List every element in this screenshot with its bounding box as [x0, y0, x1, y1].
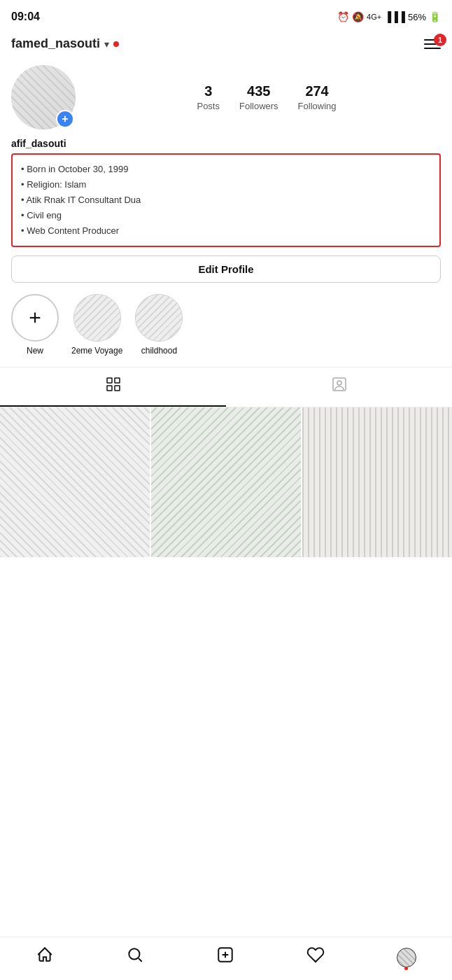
followers-count: 435 [247, 83, 270, 99]
username-label: famed_nasouti [11, 36, 100, 51]
nav-heart[interactable] [306, 946, 325, 969]
header: famed_nasouti ▾ 1 [0, 31, 452, 57]
username-row[interactable]: famed_nasouti ▾ [11, 36, 119, 51]
bio-line-2: • Religion: Islam [21, 177, 431, 192]
alarm-icon: ⏰ [337, 11, 349, 22]
posts-stat[interactable]: 3 Posts [197, 83, 220, 111]
highlights-row: + New 2eme Voyage childhood [0, 294, 452, 356]
status-icons: ⏰ 🔕 4G+ ▐▐▐ 56% 🔋 [337, 11, 441, 22]
grid-icon [105, 376, 122, 397]
highlight-circle-new: + [11, 294, 59, 342]
highlight-label-voyage: 2eme Voyage [71, 346, 122, 356]
avatar-wrap: + [11, 65, 76, 130]
svg-rect-3 [115, 386, 120, 391]
mute-icon: 🔕 [352, 11, 364, 22]
nav-home[interactable] [36, 946, 54, 969]
followers-label: Followers [239, 101, 278, 111]
svg-point-6 [129, 948, 140, 959]
add-icon [216, 946, 234, 969]
nav-search[interactable] [126, 946, 144, 969]
heart-icon [306, 946, 325, 969]
tab-grid[interactable] [0, 368, 226, 407]
photo-cell-3[interactable] [302, 407, 452, 557]
following-stat[interactable]: 274 Following [298, 83, 337, 111]
home-icon [36, 946, 54, 969]
bio-line-5: • Web Content Producer [21, 223, 431, 239]
photo-cell-2[interactable] [151, 407, 301, 557]
bio-line-3: • Atik Rnak IT Consultant Dua [21, 192, 431, 208]
profile-nav-dot [404, 967, 408, 970]
bottom-nav [0, 937, 452, 980]
edit-profile-button[interactable]: Edit Profile [11, 255, 441, 283]
tab-tagged[interactable] [226, 368, 452, 407]
plus-icon: + [29, 307, 41, 328]
notification-badge: 1 [434, 34, 446, 46]
highlight-childhood[interactable]: childhood [135, 294, 183, 356]
profile-icon [397, 948, 416, 967]
photos-grid [0, 407, 452, 557]
highlight-voyage[interactable]: 2eme Voyage [71, 294, 122, 356]
posts-count: 3 [204, 83, 212, 99]
battery-text: 56% [408, 12, 426, 22]
svg-rect-0 [107, 378, 112, 383]
highlight-label-new: New [27, 346, 43, 356]
svg-point-5 [337, 381, 341, 385]
profile-stats: 3 Posts 435 Followers 274 Following [92, 83, 441, 111]
highlight-label-childhood: childhood [141, 346, 177, 356]
signal-icon: ▐▐▐ [384, 11, 405, 22]
bio-box: • Born in October 30, 1999 • Religion: I… [11, 153, 441, 247]
photo-cell-1[interactable] [0, 407, 150, 557]
profile-top: + 3 Posts 435 Followers 274 Following [11, 65, 441, 130]
svg-rect-2 [107, 386, 112, 391]
highlight-circle-childhood [135, 294, 183, 342]
highlight-img-childhood [136, 295, 182, 341]
profile-name: afif_dasouti [11, 138, 441, 149]
bio-line-4: • Civil eng [21, 208, 431, 223]
data-icon: 4G+ [367, 13, 381, 21]
chevron-down-icon[interactable]: ▾ [104, 38, 109, 50]
highlight-new[interactable]: + New [11, 294, 59, 356]
highlight-img-voyage [74, 295, 120, 341]
status-time: 09:04 [11, 10, 40, 23]
posts-label: Posts [197, 101, 220, 111]
svg-rect-1 [115, 378, 120, 383]
battery-icon: 🔋 [429, 11, 441, 22]
following-label: Following [298, 101, 337, 111]
bottom-spacer [0, 557, 452, 613]
bio-line-1: • Born in October 30, 1999 [21, 162, 431, 177]
highlight-circle-voyage [73, 294, 121, 342]
profile-section: + 3 Posts 435 Followers 274 Following af… [0, 57, 452, 294]
search-icon [126, 946, 144, 969]
person-tag-icon [331, 376, 348, 397]
tabs-row [0, 367, 452, 407]
header-right: 1 [424, 39, 441, 49]
following-count: 274 [305, 83, 328, 99]
add-story-button[interactable]: + [56, 110, 74, 128]
followers-stat[interactable]: 435 Followers [239, 83, 278, 111]
nav-profile[interactable] [397, 948, 416, 967]
nav-add[interactable] [216, 946, 234, 969]
menu-line-3 [424, 48, 441, 49]
status-bar: 09:04 ⏰ 🔕 4G+ ▐▐▐ 56% 🔋 [0, 0, 452, 31]
online-dot [113, 41, 119, 47]
